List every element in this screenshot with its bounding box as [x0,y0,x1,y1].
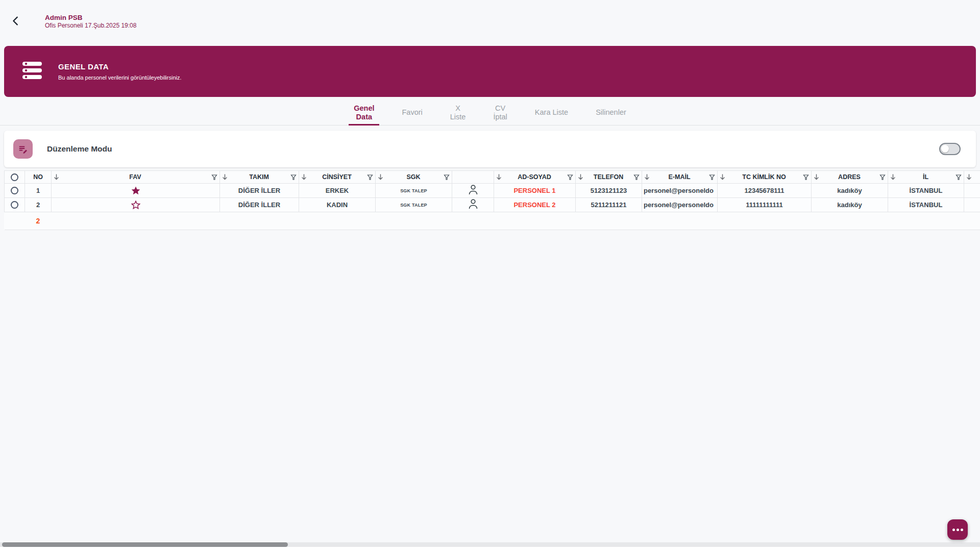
sort-icon[interactable] [644,174,650,180]
banner-subtitle: Bu alanda personel verilerini görüntüley… [58,74,182,81]
more-options-button[interactable] [947,519,968,540]
filter-icon[interactable] [444,174,450,180]
col-header-no: NO [27,173,49,181]
col-header-ad-soyad: AD-SOYAD [502,173,567,181]
personnel-table: NO FAV TAKIM CİNSİYET [4,170,980,230]
row-select-radio[interactable] [11,187,18,194]
filter-icon[interactable] [567,174,573,180]
sort-icon[interactable] [496,174,502,180]
toggle-knob [941,145,949,153]
filter-icon[interactable] [367,174,373,180]
sort-icon[interactable] [378,174,383,180]
table-row[interactable]: 1 DİĞER İLLER ERKEK SGK TALEP PERSONEL 1… [5,184,980,198]
cell-adres: kadıköy [812,198,888,212]
cell-telefon: 5211211121 [576,198,642,212]
filter-icon[interactable] [955,174,962,180]
sort-icon[interactable] [301,174,307,180]
col-header-sgk: SGK [383,173,444,181]
cell-il: İSTANBUL [888,198,964,212]
filter-icon[interactable] [211,174,217,180]
col-header-tc-kimlik: TC KİMLİK NO [725,173,803,181]
filter-icon[interactable] [290,174,297,180]
table-header-row: NO FAV TAKIM CİNSİYET [5,171,980,184]
cell-takim: DİĞER İLLER [220,198,299,212]
tab-favori[interactable]: Favori [397,100,427,125]
tab-genel-data[interactable]: Genel Data [349,100,379,125]
bottom-strip [0,547,980,551]
cell-no: 2 [25,198,52,212]
col-header-email: E-MAİL [650,173,709,181]
genel-data-banner: GENEL DATA Bu alanda personel verilerini… [4,46,976,97]
col-header-cinsiyet: CİNSİYET [307,173,367,181]
filter-icon[interactable] [803,174,809,180]
table-footer-row: 2 [5,212,980,230]
sort-icon[interactable] [814,174,819,180]
tab-bar: Genel Data Favori X Liste CV İptal Kara … [0,100,980,126]
sort-icon[interactable] [54,174,59,180]
col-header-fav: FAV [59,173,211,181]
cell-cinsiyet: KADIN [299,198,376,212]
edit-note-icon [13,139,33,159]
tab-cv-iptal[interactable]: CV İptal [488,100,512,125]
tab-kara-liste[interactable]: Kara Liste [530,100,573,125]
sort-icon[interactable] [890,174,896,180]
filter-icon[interactable] [709,174,715,180]
person-icon [468,190,479,197]
cell-no: 1 [25,184,52,198]
star-filled-icon[interactable] [131,186,141,196]
cell-tc-kimlik: 11111111111 [718,198,812,212]
filter-icon[interactable] [633,174,640,180]
table-row[interactable]: 2 DİĞER İLLER KADIN SGK TALEP PERSONEL 2… [5,198,980,212]
page-title: Admin PSB [45,14,136,22]
cell-tc-kimlik: 12345678111 [718,184,812,198]
cell-sgk: SGK TALEP [376,184,452,198]
list-icon [22,62,43,81]
cell-cinsiyet: ERKEK [299,184,376,198]
col-header-telefon: TELEFON [583,173,633,181]
top-bar: Admin PSB Ofis Personeli 17.Şub.2025 19:… [0,0,980,34]
cell-email: personel@personeldo [642,198,718,212]
tab-x-liste[interactable]: X Liste [445,100,471,125]
cell-ad-soyad[interactable]: PERSONEL 2 [494,198,576,212]
star-outline-icon[interactable] [131,200,141,210]
cell-takim: DİĞER İLLER [220,184,299,198]
cell-adres: kadıköy [812,184,888,198]
row-select-radio[interactable] [11,201,18,209]
horizontal-scrollbar-thumb[interactable] [2,542,288,547]
back-button[interactable] [9,15,22,28]
filter-icon[interactable] [879,174,886,180]
banner-title: GENEL DATA [58,62,182,71]
col-header-il: İL [896,173,955,181]
chevron-left-icon [10,15,21,28]
cell-ad-soyad[interactable]: PERSONEL 1 [494,184,576,198]
col-header-adres: ADRES [819,173,879,181]
tab-silinenler[interactable]: Silinenler [591,100,631,125]
sort-icon[interactable] [966,174,972,180]
select-all-radio[interactable] [11,173,18,181]
cell-email: personel@personeldo [642,184,718,198]
person-icon [468,204,479,212]
cell-il: İSTANBUL [888,184,964,198]
horizontal-scrollbar-track[interactable] [0,542,980,547]
sort-icon[interactable] [720,174,725,180]
edit-mode-label: Düzenleme Modu [47,144,112,154]
row-count: 2 [25,212,52,230]
edit-mode-card: Düzenleme Modu [4,131,976,167]
more-horizontal-icon [952,529,963,531]
sort-icon[interactable] [222,174,228,180]
col-header-takim: TAKIM [228,173,290,181]
sort-icon[interactable] [578,174,583,180]
edit-mode-toggle[interactable] [939,143,961,155]
page-subtitle: Ofis Personeli 17.Şub.2025 19:08 [45,22,136,30]
cell-sgk: SGK TALEP [376,198,452,212]
cell-telefon: 5123121123 [576,184,642,198]
